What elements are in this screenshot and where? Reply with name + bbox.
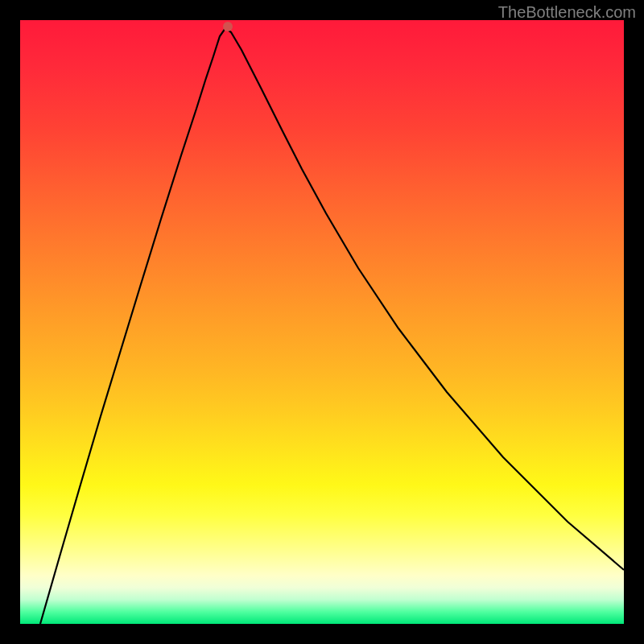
plot-area (20, 20, 624, 624)
watermark-text: TheBottleneck.com (498, 3, 636, 22)
curve-svg (20, 20, 624, 624)
bottleneck-curve (40, 28, 624, 624)
chart-container: TheBottleneck.com (0, 0, 644, 644)
optimal-point-marker (223, 22, 233, 31)
